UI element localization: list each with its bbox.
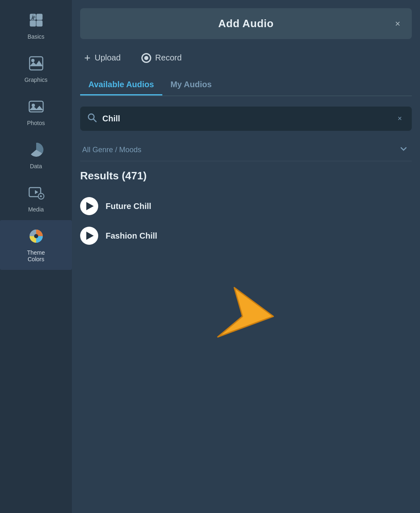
search-input[interactable] [102,114,389,123]
data-icon [28,141,45,160]
cursor-arrow [210,283,275,349]
dialog-close-button[interactable]: × [392,18,404,30]
play-triangle-icon-1 [86,202,94,210]
audio-name-1: Future Chill [106,202,151,211]
sidebar-item-theme-colors[interactable]: ThemeColors [0,220,72,270]
sidebar-item-label-data: Data [30,163,42,169]
search-container: × [80,107,412,139]
sidebar-item-label-media: Media [28,206,44,213]
tab-my-audios[interactable]: My Audios [162,77,220,95]
action-row: + Upload Record [80,51,412,64]
sidebar-item-data[interactable]: Data [0,134,72,177]
genre-label: All Genre / Moods [82,146,141,154]
play-triangle-icon-2 [86,232,94,240]
dialog-title: Add Audio [218,17,274,30]
audio-item-1[interactable]: Future Chill [80,191,412,221]
basics-icon: A B C [28,12,45,31]
content-area: + Upload Record Available Audios My Audi… [72,39,420,259]
plus-icon: + [84,51,90,64]
play-button-1[interactable] [80,197,98,215]
audio-item-2[interactable]: Fashion Chill [80,221,412,251]
results-count: Results (471) [80,169,412,182]
upload-button[interactable]: + Upload [84,51,121,64]
record-button[interactable]: Record [141,53,182,63]
theme-colors-icon [28,227,45,247]
svg-point-15 [34,234,38,238]
search-box: × [80,107,412,131]
record-label: Record [155,53,182,63]
sidebar-item-label-graphics: Graphics [24,77,47,83]
sidebar-item-label-theme-colors: ThemeColors [27,249,45,262]
sidebar-item-media[interactable]: Media [0,177,72,220]
svg-rect-9 [29,101,43,112]
sidebar: A B C Basics Graphics Photos [0,0,72,513]
svg-rect-3 [37,21,42,26]
play-button-2[interactable] [80,227,98,245]
svg-marker-18 [218,288,273,337]
svg-rect-2 [30,21,36,26]
media-icon [28,184,45,204]
sidebar-item-label-photos: Photos [27,120,45,126]
tab-available-audios[interactable]: Available Audios [80,77,162,95]
sidebar-item-basics[interactable]: A B C Basics [0,4,72,47]
dialog-header: Add Audio × [80,8,412,39]
sidebar-item-graphics[interactable]: Graphics [0,47,72,91]
main-panel: Add Audio × + Upload Record Available Au… [72,0,420,513]
svg-line-17 [94,119,97,122]
genre-dropdown[interactable]: All Genre / Moods [80,139,412,161]
svg-rect-1 [37,14,42,20]
radio-icon [141,53,151,63]
graphics-icon [28,55,45,74]
tabs-row: Available Audios My Audios [80,77,412,96]
audio-name-2: Fashion Chill [106,231,157,241]
svg-text:C: C [32,14,34,17]
sidebar-item-label-basics: Basics [28,33,44,40]
photos-icon [28,98,45,117]
sidebar-item-photos[interactable]: Photos [0,91,72,134]
svg-point-8 [31,59,35,62]
search-clear-button[interactable]: × [395,114,404,124]
search-magnifier-icon [88,113,97,124]
upload-label: Upload [95,53,120,63]
chevron-down-icon [399,145,408,155]
